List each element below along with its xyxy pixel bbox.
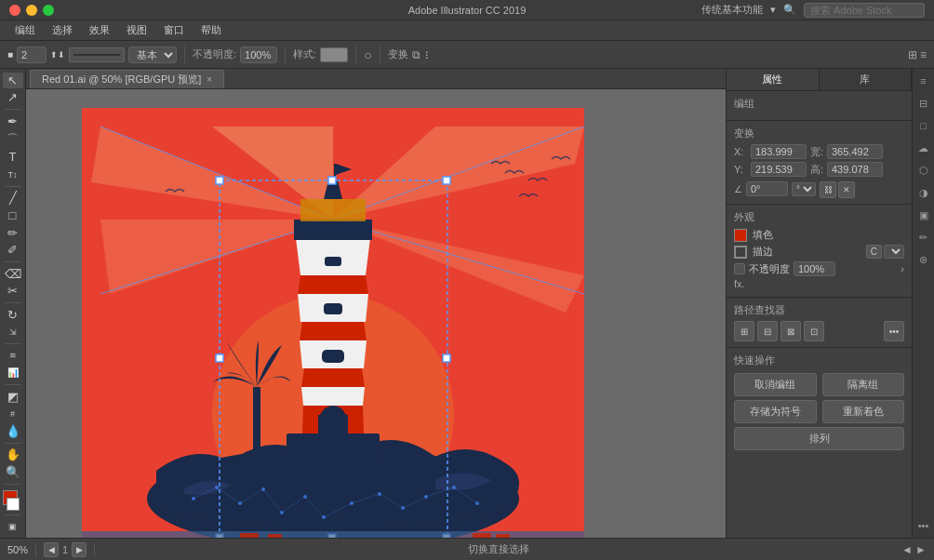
menu-item-window[interactable]: 窗口 xyxy=(156,21,192,39)
tab-properties[interactable]: 属性 xyxy=(727,69,820,90)
color-panel-icon[interactable]: ◑ xyxy=(915,184,932,201)
libraries-icon[interactable]: ☁ xyxy=(915,140,932,156)
pf-btn-3[interactable]: ⊠ xyxy=(781,321,801,341)
tab-title: Red 01.ai @ 50% [RGB/GPU 预览] xyxy=(42,73,201,87)
qa-isolate-btn[interactable]: 隔离组 xyxy=(822,373,905,396)
properties-panel-icon[interactable]: ≡ xyxy=(915,73,932,89)
pencil-tool[interactable]: ✐ xyxy=(3,243,23,259)
symbols-icon[interactable]: ⊛ xyxy=(915,251,932,268)
page-number: 1 xyxy=(62,544,68,555)
opacity-input[interactable] xyxy=(240,47,277,63)
minimize-button[interactable] xyxy=(26,5,37,16)
transform-label[interactable]: 变换 xyxy=(388,47,408,61)
pf-btn-4[interactable]: ⊡ xyxy=(804,321,824,341)
maximize-button[interactable] xyxy=(43,5,54,16)
opacity-expand-icon[interactable]: › xyxy=(901,263,904,274)
angle-unit-select[interactable]: ° xyxy=(792,182,816,196)
tab-layers[interactable]: 库 xyxy=(820,69,913,90)
more-panels-icon[interactable]: ••• xyxy=(915,517,932,534)
x-input[interactable] xyxy=(751,144,807,159)
line-tool[interactable]: ╱ xyxy=(3,191,23,207)
stroke-width-stepper[interactable]: ⬆⬇ xyxy=(50,50,65,60)
artboards-icon[interactable]: □ xyxy=(915,117,932,134)
menu-item-effect[interactable]: 效果 xyxy=(82,21,117,39)
link-icon[interactable]: ⛓ xyxy=(820,181,836,198)
swatches-icon[interactable]: ▣ xyxy=(915,207,932,223)
prev-page-btn[interactable]: ◀ xyxy=(44,542,59,557)
pf-more-btn[interactable]: ••• xyxy=(884,321,904,341)
canvas-content[interactable] xyxy=(26,89,726,538)
curvature-tool[interactable]: ⌒ xyxy=(3,131,23,148)
unlink-icon[interactable]: ✕ xyxy=(838,181,855,198)
next-page-btn[interactable]: ▶ xyxy=(72,542,87,557)
eyedropper-tool[interactable]: 💧 xyxy=(3,423,23,439)
style-preview[interactable] xyxy=(320,47,348,62)
cc-libraries-icon[interactable]: ⬡ xyxy=(915,162,932,179)
fill-swatch[interactable] xyxy=(734,229,747,242)
h-label: 高: xyxy=(810,163,823,177)
color-boxes[interactable] xyxy=(3,490,23,511)
selection-tool[interactable]: ↖ xyxy=(3,73,23,88)
qa-cancel-group-btn[interactable]: 取消编组 xyxy=(734,373,817,396)
stroke-color[interactable] xyxy=(7,498,20,511)
mesh-tool[interactable]: # xyxy=(3,407,23,422)
svg-rect-59 xyxy=(216,177,223,184)
type-tool[interactable]: T xyxy=(3,150,23,166)
eraser-tool[interactable]: ⌫ xyxy=(3,266,23,282)
stroke-options-btn[interactable]: C xyxy=(866,245,882,259)
pf-btn-2[interactable]: ⊟ xyxy=(757,321,778,341)
gradient-tool[interactable]: ◩ xyxy=(3,389,23,405)
w-input[interactable] xyxy=(827,144,883,159)
menu-item-help[interactable]: 帮助 xyxy=(193,21,229,39)
workspace-selector[interactable]: 传统基本功能 xyxy=(701,3,763,17)
nav-arrows[interactable]: ◄ ► xyxy=(901,543,927,556)
pen-tool[interactable]: ✒ xyxy=(3,113,23,129)
opacity-value-input[interactable] xyxy=(794,261,835,276)
touch-type-tool[interactable]: T↕ xyxy=(3,167,23,182)
opacity-checkbox[interactable] xyxy=(734,263,745,274)
stroke-controls: C xyxy=(866,245,904,259)
transform-row-y: Y: 高: xyxy=(734,162,904,177)
stroke-preview[interactable] xyxy=(69,47,125,62)
statusbar: 50% ◀ 1 ▶ 切换直接选择 ◄ ► xyxy=(0,538,934,560)
qa-arrange-btn[interactable]: 排列 xyxy=(734,427,904,450)
brushes-icon[interactable]: ✏ xyxy=(915,229,932,246)
y-input[interactable] xyxy=(751,162,807,177)
hand-tool[interactable]: ✋ xyxy=(3,447,23,463)
svg-rect-70 xyxy=(473,533,491,538)
document-tab[interactable]: Red 01.ai @ 50% [RGB/GPU 预览] × xyxy=(30,70,224,88)
menu-item-select[interactable]: 选择 xyxy=(45,21,80,39)
tab-close-button[interactable]: × xyxy=(207,74,212,85)
stroke-width-input[interactable] xyxy=(17,47,47,63)
h-input[interactable] xyxy=(827,162,883,177)
warp-tool[interactable]: ≋ xyxy=(3,348,23,364)
zoom-level[interactable]: 50% xyxy=(7,544,28,555)
screen-mode-tool[interactable]: ▣ xyxy=(3,518,23,534)
scale-tool[interactable]: ⇲ xyxy=(3,325,23,340)
rect-tool[interactable]: □ xyxy=(3,207,23,223)
scissors-tool[interactable]: ✂ xyxy=(3,284,23,300)
rotate-tool[interactable]: ↻ xyxy=(3,307,23,323)
angle-input[interactable] xyxy=(746,181,788,196)
stock-search-input[interactable] xyxy=(804,3,925,18)
graph-tool[interactable]: 📊 xyxy=(3,366,23,381)
canvas-area[interactable]: Red 01.ai @ 50% [RGB/GPU 预览] × xyxy=(26,69,726,538)
page-nav: ◀ 1 ▶ xyxy=(44,542,87,557)
qa-recolor-btn[interactable]: 重新着色 xyxy=(822,400,905,423)
stroke-swatch[interactable] xyxy=(734,246,747,259)
paintbrush-tool[interactable]: ✏ xyxy=(3,225,23,241)
y-label: Y: xyxy=(734,164,747,175)
layers-panel-icon[interactable]: ⊟ xyxy=(915,95,932,112)
qa-save-symbol-btn[interactable]: 存储为符号 xyxy=(734,400,817,423)
titlebar: Adobe Illustrator CC 2019 传统基本功能 ▾ 🔍 xyxy=(0,0,934,20)
direct-select-tool[interactable]: ↗ xyxy=(3,90,23,106)
window-controls[interactable] xyxy=(9,5,54,16)
stroke-type-select2[interactable] xyxy=(884,245,904,259)
menu-item-view[interactable]: 视图 xyxy=(119,21,154,39)
close-button[interactable] xyxy=(9,5,20,16)
menu-item-bianzu[interactable]: 编组 xyxy=(7,21,43,39)
pf-btn-1[interactable]: ⊞ xyxy=(734,321,754,341)
chevron-down-icon[interactable]: ▾ xyxy=(770,4,776,16)
zoom-tool[interactable]: 🔍 xyxy=(3,464,23,480)
stroke-type-select[interactable]: 基本 xyxy=(128,47,177,63)
